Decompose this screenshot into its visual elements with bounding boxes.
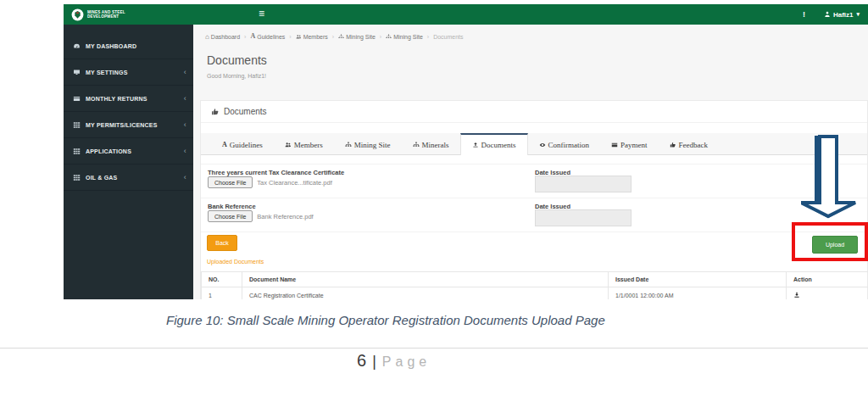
col-header-no: NO. <box>202 272 242 287</box>
sitemap-icon <box>345 142 352 148</box>
brand-text: MINES AND STEEL DEVELOPMENT <box>87 10 125 20</box>
breadcrumb-mining-site-2[interactable]: Mining Site <box>386 34 423 40</box>
breadcrumb-members[interactable]: Members <box>296 34 328 40</box>
users-icon <box>285 142 292 148</box>
uploaded-documents-table: NO. Document Name Issued Date Action 1 C… <box>201 271 868 299</box>
hamburger-menu-icon[interactable]: ≡ <box>259 8 264 20</box>
sidebar-label: MY SETTINGS <box>86 70 128 75</box>
documents-card: Documents A Guidelines Members <box>200 100 868 299</box>
breadcrumb-dashboard[interactable]: ⌂ Dashboard <box>205 34 240 40</box>
tab-mining-site[interactable]: Mining Site <box>334 133 402 154</box>
card-header: Documents <box>201 101 867 123</box>
page-title: Documents <box>207 53 267 67</box>
user-menu[interactable]: Hafiz1 ▾ <box>824 11 860 19</box>
sidebar-label: APPLICATIONS <box>86 148 131 154</box>
grid-icon <box>73 148 81 155</box>
sidebar: MY DASHBOARD MY SETTINGS ‹ MONTHLY RETUR… <box>64 25 193 299</box>
app-screenshot: MINES AND STEEL DEVELOPMENT ≡ ! Hafiz1 ▾ <box>64 4 868 299</box>
font-icon: A <box>250 33 255 40</box>
date-issued-input[interactable] <box>535 176 632 192</box>
breadcrumb-guidelines[interactable]: A Guidelines <box>250 33 285 40</box>
tab-guidelines[interactable]: A Guidelines <box>211 133 274 154</box>
sitemap-icon <box>413 142 420 148</box>
tab-minerals[interactable]: Minerals <box>402 133 460 154</box>
sitemap-icon <box>386 34 392 40</box>
brand-logo[interactable]: MINES AND STEEL DEVELOPMENT <box>64 8 193 21</box>
col-header-issued-date: Issued Date <box>609 272 787 287</box>
download-icon[interactable] <box>793 292 800 298</box>
greeting-text: Good Morning, Hafiz1! <box>207 73 266 79</box>
page-footer: 6 | Page <box>357 351 431 371</box>
cell-action <box>787 287 868 300</box>
notification-icon[interactable]: ! <box>803 10 805 19</box>
font-icon: A <box>222 142 227 148</box>
file-name: Tax Clearance...tificate.pdf <box>257 179 331 187</box>
date-issued-input[interactable] <box>535 209 632 226</box>
chevron-left-icon: ‹ <box>184 120 186 129</box>
coat-of-arms-icon <box>71 8 84 21</box>
sidebar-label: MY DASHBOARD <box>86 43 136 49</box>
form-row-tax-clearance: Three years current Tax Clearance Certif… <box>201 164 867 198</box>
breadcrumb-separator: › <box>332 34 334 40</box>
user-icon <box>824 11 831 18</box>
sidebar-item-applications[interactable]: APPLICATIONS ‹ <box>64 138 193 165</box>
choose-file-button[interactable]: Choose File <box>208 176 253 188</box>
field-label: Bank Reference <box>208 203 256 210</box>
chevron-down-icon: ▾ <box>856 11 860 18</box>
file-name: Bank Reference.pdf <box>257 213 313 220</box>
breadcrumb: ⌂ Dashboard › A Guidelines › Members › <box>205 33 464 40</box>
chevron-left-icon: ‹ <box>184 94 186 103</box>
grid-icon <box>73 121 81 129</box>
breadcrumb-separator: › <box>244 34 246 40</box>
upload-icon <box>472 142 479 148</box>
sidebar-label: OIL & GAS <box>86 175 117 181</box>
table-header-row: NO. Document Name Issued Date Action <box>202 272 868 287</box>
chevron-left-icon: ‹ <box>184 68 186 76</box>
tab-payment[interactable]: Payment <box>600 133 659 154</box>
col-header-action: Action <box>787 272 868 287</box>
credit-card-icon <box>73 95 81 103</box>
file-input: Choose File Bank Reference.pdf <box>208 210 314 222</box>
credit-card-icon <box>611 142 618 148</box>
annotation-highlight-box <box>792 222 868 261</box>
tab-documents[interactable]: Documents <box>460 133 528 155</box>
table-row: 1 CAC Registration Certificate 1/1/0001 … <box>202 287 868 300</box>
page-word: Page <box>382 354 431 370</box>
eye-icon <box>539 142 546 148</box>
breadcrumb-separator: › <box>380 34 381 40</box>
sidebar-item-my-permits-licences[interactable]: MY PERMITS/LICENCES ‹ <box>64 112 193 138</box>
breadcrumb-separator: › <box>289 34 291 40</box>
tab-feedback[interactable]: Feedback <box>659 133 719 154</box>
footer-separator: | <box>372 353 376 371</box>
chevron-left-icon: ‹ <box>184 173 186 181</box>
tab-members[interactable]: Members <box>274 133 334 154</box>
navbar-right: ! Hafiz1 ▾ <box>803 10 868 19</box>
field-label: Three years current Tax Clearance Certif… <box>208 169 344 176</box>
sidebar-item-monthly-returns[interactable]: MONTHLY RETURNS ‹ <box>64 86 193 112</box>
thumbs-up-icon <box>670 142 676 148</box>
sidebar-label: MONTHLY RETURNS <box>86 96 147 102</box>
chevron-left-icon: ‹ <box>184 147 186 155</box>
annotation-arrow-icon <box>801 134 856 219</box>
cell-no: 1 <box>202 287 242 300</box>
figure-caption: Figure 10: Small Scale Mining Operator R… <box>166 313 605 327</box>
monitor-icon <box>73 69 81 76</box>
breadcrumb-separator: › <box>427 34 429 40</box>
page-number: 6 <box>357 351 366 371</box>
username-label: Hafiz1 <box>833 11 854 19</box>
top-navbar: MINES AND STEEL DEVELOPMENT ≡ ! Hafiz1 ▾ <box>64 4 868 25</box>
sidebar-item-my-settings[interactable]: MY SETTINGS ‹ <box>64 59 193 86</box>
document-page: MINES AND STEEL DEVELOPMENT ≡ ! Hafiz1 ▾ <box>0 0 868 396</box>
footer-divider <box>0 348 868 349</box>
brand-line2: DEVELOPMENT <box>87 14 125 20</box>
tab-confirmation[interactable]: Confirmation <box>528 133 601 154</box>
sidebar-item-oil-and-gas[interactable]: OIL & GAS ‹ <box>64 165 193 191</box>
breadcrumb-mining-site-1[interactable]: Mining Site <box>338 34 376 40</box>
row-divider <box>201 231 867 232</box>
back-button[interactable]: Back <box>207 235 237 251</box>
choose-file-button[interactable]: Choose File <box>208 210 253 222</box>
cell-document-name: CAC Registration Certificate <box>242 287 609 300</box>
sidebar-item-my-dashboard[interactable]: MY DASHBOARD <box>64 33 193 59</box>
breadcrumb-documents: Documents <box>433 34 463 40</box>
uploaded-documents-title: Uploaded Documents <box>207 259 264 265</box>
